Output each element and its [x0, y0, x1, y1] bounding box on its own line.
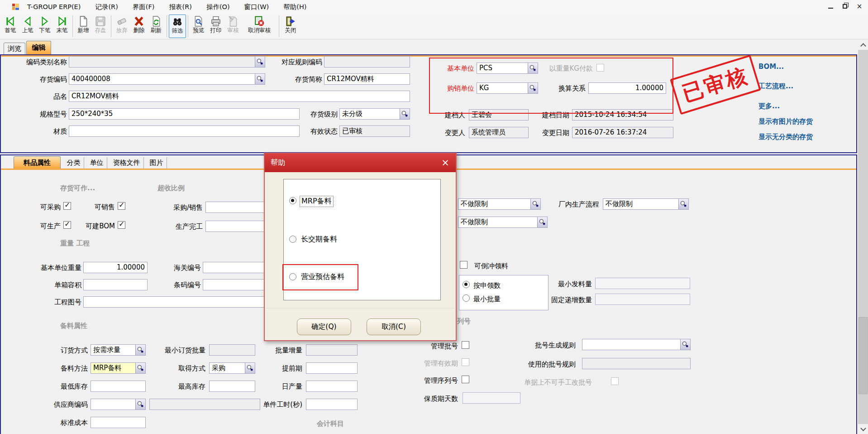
restore-button[interactable] [841, 2, 849, 11]
next-record-button[interactable]: 下笔 [36, 14, 53, 38]
subtab-item-attributes[interactable]: 料品属性 [14, 156, 61, 169]
lookup-icon[interactable] [678, 199, 688, 209]
trade-unit-field[interactable]: KG [477, 82, 538, 94]
conversion-field[interactable]: 1.00000 [588, 82, 666, 94]
menu-item-record[interactable]: 记录(R) [88, 3, 125, 11]
close-button[interactable]: 关闭 [281, 14, 300, 38]
lookup-icon[interactable] [400, 109, 410, 119]
factory-flow-field[interactable]: 不做限制 [603, 198, 689, 210]
delete-button[interactable]: 删除 [130, 14, 148, 38]
backflush-checkbox[interactable] [460, 261, 467, 269]
batch-rule-field[interactable] [582, 339, 691, 350]
item-name-field[interactable]: CR12MOV精料 [69, 91, 410, 102]
scrollbar-thumb[interactable] [858, 317, 868, 394]
abandon-button[interactable]: 放弃 [113, 14, 130, 38]
item-code-field[interactable]: 400400008 [69, 73, 265, 85]
scroll-down-button[interactable] [858, 424, 868, 434]
min-batch-radio[interactable] [463, 294, 470, 302]
vertical-scrollbar[interactable] [858, 40, 868, 434]
audit-button[interactable]: 审核 [224, 14, 242, 38]
menu-item-interface[interactable]: 界面(F) [125, 3, 162, 11]
lookup-icon[interactable] [537, 217, 547, 227]
acquire-mode-field[interactable]: 采购 [209, 362, 255, 374]
menu-item-app[interactable]: T-GROUP ERP(E) [20, 3, 88, 10]
item-level-field[interactable]: 未分级 [339, 108, 410, 120]
menu-item-help[interactable]: 帮助(H) [276, 3, 314, 11]
refresh-button[interactable]: 刷新 [148, 14, 165, 38]
menu-item-report[interactable]: 报表(R) [162, 3, 199, 11]
mrp-reserve-option[interactable]: MRP备料 [300, 196, 333, 207]
close-window-button[interactable]: × [855, 2, 863, 11]
long-lead-reserve-option[interactable]: 长交期备料 [301, 235, 337, 244]
print-button[interactable]: 打印 [207, 14, 224, 38]
reserve-method-field[interactable]: MRP备料 [91, 362, 146, 374]
scroll-up-button[interactable] [858, 40, 868, 50]
lookup-icon[interactable] [135, 363, 145, 373]
lookup-icon[interactable] [135, 345, 145, 355]
lookup-icon[interactable] [680, 339, 690, 350]
lookup-icon[interactable] [528, 83, 538, 93]
new-button[interactable]: 新增 [75, 14, 92, 38]
more-link[interactable]: 更多... [758, 102, 780, 111]
save-button[interactable]: 存盘 [92, 14, 109, 38]
item-abbr-field[interactable]: CR12MOV精料 [324, 73, 410, 85]
spec-field[interactable]: 250*240*35 [69, 108, 300, 120]
long-lead-reserve-radio[interactable] [289, 236, 296, 243]
tab-edit[interactable]: 编辑 [26, 41, 51, 54]
sellable-checkbox[interactable] [118, 202, 125, 210]
lookup-icon[interactable] [135, 399, 145, 410]
coding-category-field[interactable] [69, 56, 265, 68]
cancel-audit-button[interactable]: 取消审核 [242, 14, 277, 38]
shelf-days-field[interactable] [463, 392, 520, 404]
purchasable-checkbox[interactable] [63, 202, 71, 210]
manage-serial-checkbox[interactable] [462, 376, 469, 383]
base-unit-weight-field[interactable]: 1.00000 [83, 262, 148, 273]
lookup-icon[interactable] [255, 74, 265, 84]
limit1-field[interactable]: 不做限制 [458, 198, 541, 210]
unit-hours-field[interactable] [306, 399, 358, 410]
limit2-field[interactable]: 不做限制 [458, 217, 548, 228]
drawing-no-field[interactable] [83, 296, 281, 308]
lookup-icon[interactable] [530, 199, 540, 209]
lookup-icon[interactable] [245, 363, 255, 373]
cancel-dialog-button[interactable]: 取消(C) [367, 318, 421, 335]
lookup-icon[interactable] [255, 57, 265, 67]
rule-code-field[interactable] [324, 56, 410, 68]
bom-link[interactable]: BOM... [758, 63, 784, 71]
show-with-image-link[interactable]: 显示有图片的存货 [758, 117, 813, 126]
lead-time-field[interactable] [306, 362, 358, 374]
daily-output-field[interactable] [306, 381, 358, 392]
manage-validity-checkbox[interactable] [462, 358, 469, 366]
pay-by-kg-checkbox[interactable] [596, 64, 604, 72]
base-unit-field[interactable]: PCS [477, 63, 538, 74]
subtab-qualification[interactable]: 资格文件 [110, 157, 144, 169]
material-field[interactable] [69, 125, 300, 137]
producible-checkbox[interactable] [63, 221, 71, 229]
apply-qty-radio[interactable] [463, 281, 470, 288]
subtab-unit[interactable]: 单位 [86, 157, 107, 169]
menu-item-window[interactable]: 窗口(W) [237, 3, 277, 11]
supplier-code-field[interactable] [91, 399, 146, 410]
dialog-title-bar[interactable]: 帮助 [265, 154, 456, 172]
dialog-close-icon[interactable]: × [439, 156, 452, 169]
lookup-icon[interactable] [528, 63, 538, 73]
prev-record-button[interactable]: 上笔 [19, 14, 36, 38]
can-bom-checkbox[interactable] [118, 221, 125, 229]
mrp-reserve-radio[interactable] [289, 197, 296, 204]
order-mode-field[interactable]: 按需求量 [91, 344, 146, 356]
sales-forecast-reserve-radio[interactable] [289, 273, 296, 280]
process-flow-link[interactable]: 工艺流程... [758, 82, 793, 91]
show-unclassified-link[interactable]: 显示无分类的存货 [758, 133, 813, 141]
subtab-image[interactable]: 图片 [146, 157, 167, 169]
tab-browse[interactable]: 浏览 [4, 43, 25, 54]
filter-button[interactable]: 筛选 [169, 14, 186, 38]
no-manual-batch-checkbox[interactable] [611, 377, 619, 385]
menu-item-operate[interactable]: 操作(O) [199, 3, 237, 11]
last-record-button[interactable]: 末笔 [53, 14, 71, 38]
ok-button[interactable]: 确定(Q) [297, 318, 351, 335]
box-volume-field[interactable] [83, 279, 148, 290]
std-cost-field[interactable] [91, 417, 146, 428]
first-record-button[interactable]: 首笔 [2, 14, 19, 38]
sales-forecast-reserve-option[interactable]: 营业预估备料 [301, 272, 344, 282]
min-stock-field[interactable] [91, 381, 146, 392]
